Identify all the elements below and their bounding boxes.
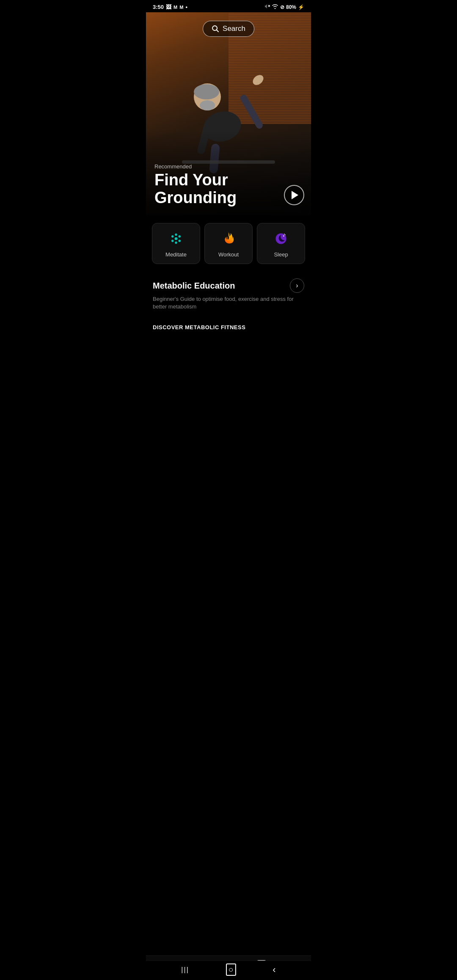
svg-point-22: [285, 234, 286, 235]
svg-point-15: [179, 235, 181, 237]
photo-icon: 🖼: [166, 4, 171, 10]
no-signal-icon: ⊘: [280, 4, 284, 10]
play-button[interactable]: [284, 185, 304, 205]
hero-title: Find YourGrounding: [154, 171, 286, 207]
svg-point-18: [171, 240, 173, 242]
workout-card[interactable]: Workout: [204, 223, 253, 264]
section-title: Metabolic Education: [153, 281, 235, 291]
status-bar: 3:50 🖼 M M • ⊘ 80%: [146, 0, 311, 12]
hero-text: Recommended Find YourGrounding: [154, 163, 286, 207]
sleep-icon: [273, 230, 289, 247]
svg-point-8: [251, 73, 265, 87]
status-left: 3:50 🖼 M M •: [153, 4, 187, 10]
svg-point-21: [283, 235, 284, 237]
svg-point-17: [175, 242, 177, 244]
section-arrow-button[interactable]: ›: [290, 278, 304, 293]
gmail-icon-2: M: [179, 5, 183, 10]
battery-text: 80%: [286, 4, 296, 10]
section-description: Beginner's Guide to optimise food, exerc…: [153, 295, 304, 311]
meditate-label: Meditate: [165, 251, 187, 258]
svg-point-23: [284, 234, 285, 234]
svg-point-13: [175, 237, 178, 240]
search-label: Search: [223, 25, 245, 33]
meditate-icon: [168, 230, 184, 247]
svg-line-12: [217, 30, 219, 32]
mute-icon: [264, 3, 270, 11]
svg-rect-7: [239, 94, 264, 130]
time: 3:50: [153, 4, 164, 10]
category-row: Meditate Workout: [146, 215, 311, 272]
svg-point-14: [175, 234, 177, 236]
sleep-card[interactable]: Sleep: [257, 223, 305, 264]
svg-point-16: [179, 240, 181, 242]
workout-label: Workout: [218, 251, 239, 258]
section-header: Metabolic Education ›: [153, 278, 304, 293]
svg-point-4: [194, 84, 219, 99]
gmail-icon-1: M: [173, 5, 177, 10]
dot-indicator: •: [185, 4, 187, 10]
search-icon: [212, 25, 219, 33]
sleep-label: Sleep: [274, 251, 288, 258]
workout-icon: [220, 230, 237, 247]
svg-point-5: [200, 100, 215, 110]
wifi-icon: [272, 4, 278, 10]
status-right: ⊘ 80% ⚡: [264, 3, 304, 11]
discover-section-label: DISCOVER METABOLIC FITNESS: [146, 316, 311, 335]
hero-section: Search Recommended Find YourGrounding: [146, 12, 311, 215]
battery-icon: ⚡: [298, 4, 304, 10]
recommended-label: Recommended: [154, 163, 286, 170]
svg-point-19: [171, 235, 173, 237]
metabolic-section: Metabolic Education › Beginner's Guide t…: [146, 272, 311, 316]
search-bar[interactable]: Search: [203, 21, 254, 37]
meditate-card[interactable]: Meditate: [152, 223, 200, 264]
